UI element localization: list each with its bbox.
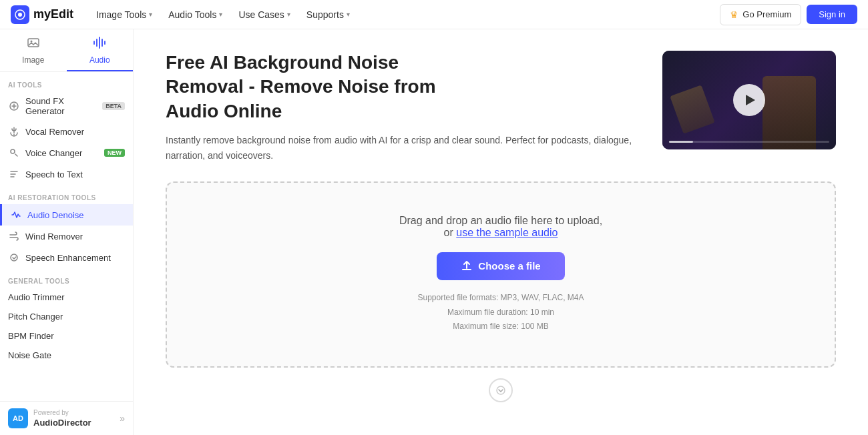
scroll-down-button[interactable]	[489, 378, 513, 402]
audio-tab-icon	[93, 36, 106, 53]
topnav: myEdit Image Tools ▾ Audio Tools ▾ Use C…	[0, 0, 868, 29]
image-tab-icon	[27, 36, 40, 53]
topnav-actions: ♛ Go Premium Sign in	[720, 4, 857, 25]
menu-audio-tools[interactable]: Audio Tools ▾	[162, 5, 229, 24]
general-tools-section-label: GENERAL TOOLS	[0, 268, 133, 288]
chevron-down-icon: ▾	[149, 11, 152, 18]
svg-point-1	[18, 13, 22, 17]
audiodirector-brand: AudioDirector	[33, 418, 91, 428]
speech-to-text-icon	[8, 168, 20, 180]
sidebar-item-noise-gate[interactable]: Noise Gate	[0, 346, 133, 365]
main-layout: Image Audio AI TOOLS Sound FX Generator …	[0, 29, 868, 435]
sign-in-button[interactable]: Sign in	[807, 5, 857, 24]
speech-enhancement-icon	[8, 252, 20, 264]
sidebar-item-speech-enhancement[interactable]: Speech Enhancement	[0, 247, 133, 268]
upload-info: Supported file formats: MP3, WAV, FLAC, …	[418, 291, 584, 334]
menu-image-tools[interactable]: Image Tools ▾	[89, 5, 159, 24]
topnav-menu: Image Tools ▾ Audio Tools ▾ Use Cases ▾ …	[89, 5, 720, 24]
arrow-down-icon	[496, 386, 505, 395]
sidebar-item-audio-denoise[interactable]: Audio Denoise	[0, 204, 133, 226]
sidebar: Image Audio AI TOOLS Sound FX Generator …	[0, 29, 134, 435]
logo-text: myEdit	[33, 7, 73, 21]
sound-fx-icon	[8, 100, 20, 112]
new-badge: NEW	[104, 149, 125, 157]
hero-progress-bar	[669, 141, 829, 143]
voice-changer-icon	[8, 147, 20, 159]
hero-thumbnail	[662, 51, 836, 149]
sidebar-item-vocal-remover[interactable]: Vocal Remover	[0, 121, 133, 142]
tab-audio[interactable]: Audio	[67, 29, 134, 71]
sidebar-item-audio-trimmer[interactable]: Audio Trimmer	[0, 288, 133, 307]
sidebar-tabs: Image Audio	[0, 29, 133, 72]
logo-icon	[11, 5, 29, 24]
sidebar-item-wind-remover[interactable]: Wind Remover	[0, 226, 133, 247]
powered-by-text: Powered by	[33, 409, 91, 416]
guitarist-silhouette	[763, 76, 816, 149]
content-area: Free AI Background NoiseRemoval - Remove…	[134, 29, 868, 435]
svg-point-7	[11, 254, 17, 261]
tab-image[interactable]: Image	[0, 29, 67, 71]
svg-point-6	[11, 149, 15, 153]
hero-progress-fill	[669, 141, 693, 143]
sidebar-item-pitch-changer[interactable]: Pitch Changer	[0, 307, 133, 326]
svg-point-8	[497, 386, 505, 394]
audiodirector-logo: AD	[8, 408, 28, 428]
sidebar-footer: AD Powered by AudioDirector »	[0, 401, 133, 435]
hero-title: Free AI Background NoiseRemoval - Remove…	[166, 51, 641, 123]
crown-icon: ♛	[730, 9, 738, 20]
sample-audio-link[interactable]: use the sample audio	[456, 227, 558, 238]
svg-point-3	[30, 41, 32, 43]
hero-play-button[interactable]	[733, 84, 765, 116]
logo[interactable]: myEdit	[11, 5, 73, 24]
restoration-section-label: AI RESTORATION TOOLS	[0, 185, 133, 204]
choose-file-button[interactable]: Choose a file	[437, 252, 564, 280]
beta-badge: BETA	[102, 102, 125, 110]
sidebar-item-sound-fx[interactable]: Sound FX Generator BETA	[0, 91, 133, 121]
go-premium-button[interactable]: ♛ Go Premium	[720, 4, 801, 25]
svg-rect-2	[28, 39, 39, 47]
sidebar-item-bpm-finder[interactable]: BPM Finder	[0, 326, 133, 346]
vocal-remover-icon	[8, 125, 20, 137]
chevron-right-icon[interactable]: »	[120, 413, 125, 424]
hero-text: Free AI Background NoiseRemoval - Remove…	[166, 51, 641, 163]
scroll-indicator	[166, 378, 836, 402]
sidebar-item-speech-to-text[interactable]: Speech to Text	[0, 163, 133, 185]
ai-tools-section-label: AI TOOLS	[0, 72, 133, 91]
menu-supports[interactable]: Supports ▾	[300, 5, 357, 24]
chevron-down-icon: ▾	[287, 11, 290, 18]
chevron-down-icon: ▾	[219, 11, 222, 18]
menu-use-cases[interactable]: Use Cases ▾	[232, 5, 296, 24]
upload-icon	[461, 260, 473, 272]
chevron-down-icon: ▾	[347, 11, 350, 18]
upload-drag-text: Drag and drop an audio file here to uplo…	[399, 215, 602, 239]
wind-remover-icon	[8, 230, 20, 242]
hero-description: Instantly remove background noise from a…	[166, 133, 641, 163]
audio-denoise-icon	[10, 209, 22, 221]
upload-zone: Drag and drop an audio file here to uplo…	[166, 181, 836, 368]
sidebar-item-voice-changer[interactable]: Voice Changer NEW	[0, 142, 133, 163]
hero-section: Free AI Background NoiseRemoval - Remove…	[166, 51, 836, 163]
